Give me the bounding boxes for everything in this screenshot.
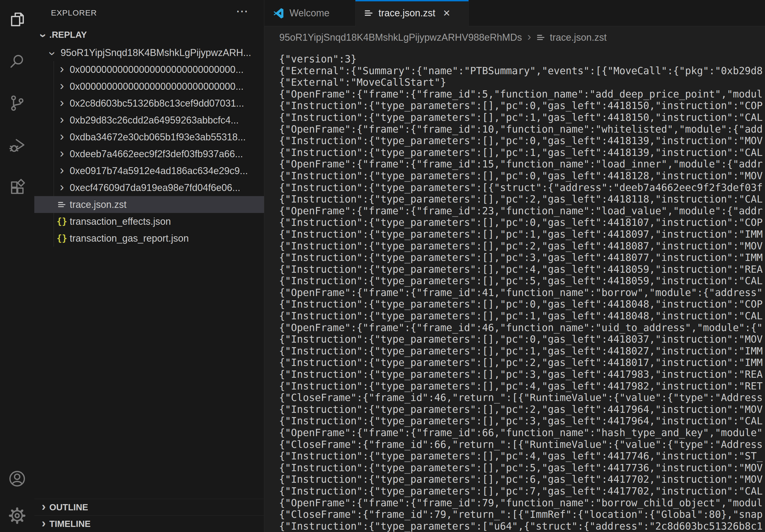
indent-guide [54,61,54,247]
editor-line: {"CloseFrame":{"frame_id":79,"return_":[… [279,509,765,520]
section-header-outline[interactable]: › OUTLINE [34,499,264,515]
editor-line: {"Instruction":{"type_parameters":[],"pc… [279,298,765,310]
editor-line: {"CloseFrame":{"frame_id":46,"return_":[… [279,392,765,404]
section-label: .REPLAY [49,30,87,40]
editor-line: {"Instruction":{"type_parameters":[],"pc… [279,415,765,427]
breadcrumb-folder[interactable]: 95oR1YipjSnqd18K4BMshkLgPijypwzARHV988eR… [279,32,522,43]
editor-line: {"Instruction":{"type_parameters":[],"pc… [279,310,765,322]
editor-line: {"Instruction":{"type_parameters":[],"pc… [279,135,765,147]
chevron-right-icon: › [56,130,68,144]
tree-item-transaction-gas-report-json[interactable]: {}transaction_gas_report.json [34,230,264,247]
editor-line: {"External":{"Summary":{"name":"PTBSumma… [279,65,765,77]
tree-item-label: trace.json.zst [70,199,127,210]
tree-item-0x0000000000000000000000000000[interactable]: ›0x00000000000000000000000000000... [34,78,264,95]
chevron-right-icon: › [56,164,68,178]
tree-item-95or1yipjsnqd18k4bmshklgpijypw[interactable]: ›95oR1YipjSnqd18K4BMshkLgPijypwzARH... [34,44,264,61]
editor-line: {"OpenFrame":{"frame":{"frame_id":15,"fu… [279,158,765,170]
editor-line: {"OpenFrame":{"frame":{"frame_id":10,"fu… [279,124,765,135]
activity-bar [0,0,34,532]
editor-line: {"Instruction":{"type_parameters":[],"pc… [279,369,765,381]
tree-item-0xb29d83c26cdd2a64959263abbcfc[interactable]: ›0xb29d83c26cdd2a64959263abbcfc4... [34,112,264,129]
chevron-right-icon: › [56,180,68,195]
tree-item-0x2c8d603bc51326b8c13cef9dd070[interactable]: ›0x2c8d603bc51326b8c13cef9dd07031... [34,95,264,112]
tree-item-0xecf47609d7da919ea98e7fd04f6e[interactable]: ›0xecf47609d7da919ea98e7fd04f6e06... [34,179,264,196]
source-control-icon[interactable] [8,94,26,112]
section-label: TIMELINE [49,519,91,529]
tree-item-label: 95oR1YipjSnqd18K4BMshkLgPijypwzARH... [61,47,251,58]
tree-item-label: 0xecf47609d7da919ea98e7fd04f6e06... [70,182,241,193]
editor-line: {"OpenFrame":{"frame":{"frame_id":79,"fu… [279,497,765,509]
section-header-timeline[interactable]: › TIMELINE [34,515,264,532]
editor-line: {"Instruction":{"type_parameters":[],"pc… [279,334,765,345]
tree-item-label: 0x00000000000000000000000000000... [70,64,244,75]
close-icon[interactable]: ✕ [443,8,450,19]
tree-item-label: 0x00000000000000000000000000000... [70,81,244,92]
explorer-title: EXPLORER [51,8,97,17]
tree-item-0xdba34672e30cb065b1f93e3ab553[interactable]: ›0xdba34672e30cb065b1f93e3ab55318... [34,129,264,145]
editor-line: {"OpenFrame":{"frame":{"frame_id":41,"fu… [279,287,765,299]
tree-item-label: 0xdba34672e30cb065b1f93e3ab55318... [70,132,246,143]
tree-item-label: 0xdeeb7a4662eec9f2f3def03fb937a66... [70,148,243,160]
editor-line: {"Instruction":{"type_parameters":[],"pc… [279,112,765,124]
editor-line: {"Instruction":{"type_parameters":[],"pc… [279,275,765,287]
file-lines-icon [536,33,545,42]
editor-line: {"Instruction":{"type_parameters":["u64"… [279,520,765,532]
tree-item-label: 0xb29d83c26cdd2a64959263abbcfc4... [70,115,239,126]
chevron-right-icon: › [38,500,49,515]
chevron-right-icon: › [56,147,68,161]
explorer-header: EXPLORER ⋯ [34,0,264,25]
tab-label: Welcome [290,8,330,19]
editor-content[interactable]: {"version":3}{"External":{"Summary":{"na… [264,49,765,532]
settings-gear-icon[interactable] [8,507,26,524]
tab-trace-json-zst[interactable]: trace.json.zst ✕ [356,0,469,26]
breadcrumb: 95oR1YipjSnqd18K4BMshkLgPijypwzARHV988eR… [264,26,765,49]
editor-line: {"Instruction":{"type_parameters":[],"pc… [279,264,765,275]
explorer-icon[interactable] [8,11,26,28]
tree-item-label: transaction_gas_report.json [70,233,189,244]
tab-bar: Welcome trace.json.zst ✕ [264,0,765,26]
tab-welcome[interactable]: Welcome [264,0,356,26]
tree-item-0x0000000000000000000000000000[interactable]: ›0x00000000000000000000000000000... [34,61,264,78]
run-debug-icon[interactable] [8,136,26,154]
tree-item-0xdeeb7a4662eec9f2f3def03fb937[interactable]: ›0xdeeb7a4662eec9f2f3def03fb937a66... [34,145,264,162]
tree-item-transaction-effects-json[interactable]: {}transaction_effects.json [34,213,264,230]
editor-line: {"Instruction":{"type_parameters":[],"pc… [279,100,765,112]
editor-line: {"OpenFrame":{"frame":{"frame_id":46,"fu… [279,322,765,334]
more-actions-icon[interactable]: ⋯ [236,11,249,15]
json-file-icon: {} [56,233,68,243]
editor-line: {"Instruction":{"type_parameters":[],"pc… [279,345,765,357]
json-file-icon: {} [56,216,68,227]
editor-line: {"version":3} [279,53,765,65]
tree-item-label: 0xe0917b74a5912e4ad186ac634e29c9... [70,165,248,176]
editor-line: {"Instruction":{"type_parameters":[],"pc… [279,252,765,264]
tab-label: trace.json.zst [379,8,435,19]
editor-line: {"Instruction":{"type_parameters":[],"pc… [279,450,765,462]
file-tree: ›95oR1YipjSnqd18K4BMshkLgPijypwzARH...›0… [34,44,264,247]
chevron-right-icon: › [56,79,68,94]
editor-line: {"OpenFrame":{"frame":{"frame_id":5,"fun… [279,89,765,100]
chevron-down-icon: › [47,47,59,58]
section-header-replay[interactable]: › .REPLAY [34,25,264,44]
vscode-logo-icon [273,7,285,19]
breadcrumb-file[interactable]: trace.json.zst [550,32,607,43]
tree-item-0xe0917b74a5912e4ad186ac634e29[interactable]: ›0xe0917b74a5912e4ad186ac634e29c9... [34,162,264,179]
editor-line: {"CloseFrame":{"frame_id":66,"return_":[… [279,439,765,450]
editor-line: {"Instruction":{"type_parameters":[],"pc… [279,381,765,392]
tree-item-trace-json-zst[interactable]: trace.json.zst [34,196,264,213]
editor-line: {"Instruction":{"type_parameters":[],"pc… [279,485,765,497]
editor-group: Welcome trace.json.zst ✕ 95oR1YipjSnqd18… [264,0,765,532]
file-lines-icon [56,200,68,209]
search-icon[interactable] [8,53,26,70]
account-icon[interactable] [8,470,26,487]
chevron-right-icon: › [56,113,68,128]
extensions-icon[interactable] [8,178,26,195]
file-lines-icon [364,8,374,18]
editor-line: {"Instruction":{"type_parameters":[],"pc… [279,170,765,182]
editor-line: {"External":"MoveCallStart"} [279,77,765,89]
editor-line: {"OpenFrame":{"frame":{"frame_id":23,"fu… [279,205,765,217]
editor-line: {"Instruction":{"type_parameters":[],"pc… [279,217,765,228]
tree-item-label: transaction_effects.json [70,216,171,227]
editor-line: {"Instruction":{"type_parameters":[],"pc… [279,228,765,240]
chevron-right-icon: › [56,96,68,111]
breadcrumb-separator-icon: › [526,30,532,45]
